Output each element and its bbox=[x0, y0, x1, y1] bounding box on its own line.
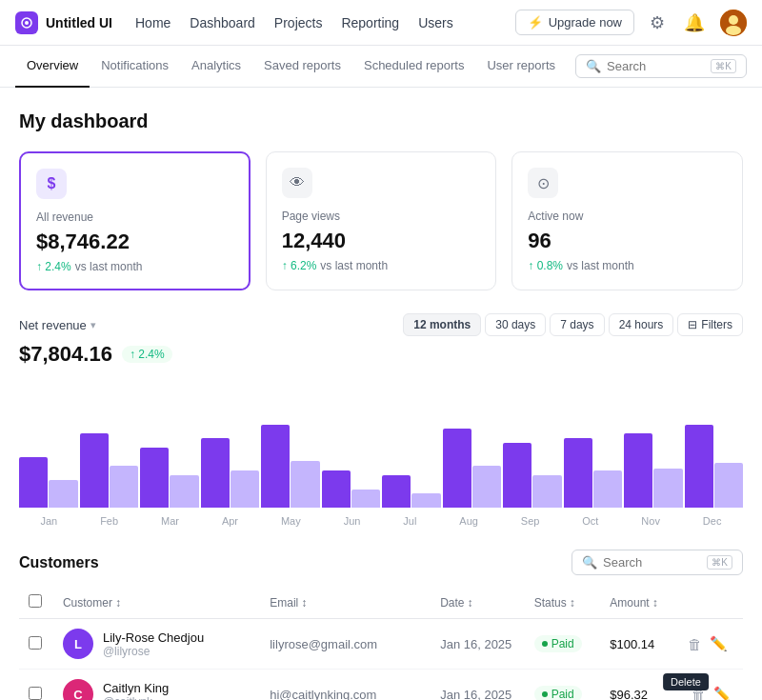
filter-24hours[interactable]: 24 hours bbox=[609, 313, 674, 336]
bar-secondary[interactable] bbox=[351, 490, 380, 508]
time-filters: 12 months 30 days 7 days 24 hours ⊟ Filt… bbox=[403, 313, 743, 336]
nav-reporting[interactable]: Reporting bbox=[341, 15, 399, 30]
status-badge: Paid bbox=[534, 686, 582, 700]
bar-group bbox=[19, 378, 78, 508]
net-revenue-label: Net revenue bbox=[19, 318, 87, 332]
bar-primary[interactable] bbox=[80, 433, 109, 508]
metric-card-active[interactable]: ⊙ Active now 96 ↑ 0.8% vs last month bbox=[511, 151, 743, 290]
nav-users[interactable]: Users bbox=[418, 15, 453, 30]
bar-secondary[interactable] bbox=[714, 463, 743, 508]
customer-handle: @caitlynk bbox=[103, 695, 169, 701]
bar-secondary[interactable] bbox=[411, 493, 440, 508]
bar-primary[interactable] bbox=[201, 438, 230, 508]
customer-search-icon: 🔍 bbox=[582, 555, 597, 570]
subnav-notifications[interactable]: Notifications bbox=[90, 46, 180, 88]
delete-button[interactable]: 🗑 bbox=[686, 634, 704, 654]
brand[interactable]: Untitled UI bbox=[15, 11, 112, 34]
status-dot bbox=[542, 691, 548, 697]
bar-group bbox=[624, 378, 683, 508]
bar-primary[interactable] bbox=[19, 457, 48, 508]
bar-primary[interactable] bbox=[443, 429, 471, 508]
subnav-saved-reports[interactable]: Saved reports bbox=[252, 46, 352, 88]
select-all-checkbox[interactable] bbox=[29, 594, 42, 608]
upgrade-button[interactable]: ⚡ Upgrade now bbox=[515, 10, 634, 35]
top-search-input[interactable] bbox=[607, 59, 705, 73]
notifications-icon[interactable]: 🔔 bbox=[680, 9, 709, 37]
bar-primary[interactable] bbox=[624, 433, 652, 508]
pageviews-change: ↑ 6.2% vs last month bbox=[282, 259, 481, 272]
bar-secondary[interactable] bbox=[532, 475, 561, 508]
brand-name: Untitled UI bbox=[46, 15, 112, 30]
customer-email: hi@caitlynking.com bbox=[260, 670, 431, 701]
subnav-analytics[interactable]: Analytics bbox=[180, 46, 252, 88]
customer-info: C Caitlyn King @caitlynk bbox=[63, 679, 251, 700]
bar-primary[interactable] bbox=[261, 425, 290, 508]
edit-button[interactable]: ✏️ bbox=[708, 633, 730, 654]
net-revenue-change: ↑ 2.4% bbox=[122, 346, 172, 363]
revenue-change: ↑ 2.4% vs last month bbox=[36, 260, 233, 273]
chart-month-label: Jun bbox=[344, 515, 361, 527]
table-header-row: Customer ↕ Email ↕ Date ↕ Status ↕ Amoun… bbox=[19, 587, 743, 619]
bar-secondary[interactable] bbox=[472, 466, 501, 508]
customer-email: lilyrose@gmail.com bbox=[260, 619, 431, 670]
col-header-email[interactable]: Email ↕ bbox=[270, 596, 421, 610]
chart-section: Net revenue ▾ 12 months 30 days 7 days 2… bbox=[19, 313, 743, 527]
table-row: L Lily-Rose Chedjou @lilyrose lilyrose@g… bbox=[19, 619, 743, 670]
metric-card-pageviews[interactable]: 👁 Page views 12,440 ↑ 6.2% vs last month bbox=[266, 151, 497, 290]
customers-search[interactable]: 🔍 ⌘K bbox=[572, 550, 743, 575]
status-dot bbox=[542, 641, 548, 647]
bar-primary[interactable] bbox=[503, 443, 531, 508]
page-title: My dashboard bbox=[19, 110, 743, 132]
col-header-status[interactable]: Status ↕ bbox=[534, 596, 592, 610]
nav-dashboard[interactable]: Dashboard bbox=[190, 15, 255, 30]
top-nav-right: ⚡ Upgrade now ⚙ 🔔 bbox=[515, 9, 747, 37]
bar-primary[interactable] bbox=[322, 470, 351, 508]
customer-date: Jan 16, 2025 bbox=[431, 670, 524, 701]
bar-primary[interactable] bbox=[382, 475, 411, 508]
top-search-bar[interactable]: 🔍 ⌘K bbox=[575, 54, 747, 78]
bar-secondary[interactable] bbox=[291, 461, 319, 508]
bar-group bbox=[140, 378, 199, 508]
row-checkbox[interactable] bbox=[29, 636, 42, 650]
bar-secondary[interactable] bbox=[231, 470, 259, 508]
bar-secondary[interactable] bbox=[593, 470, 622, 508]
subnav-scheduled-reports[interactable]: Scheduled reports bbox=[352, 46, 476, 88]
subnav-user-reports[interactable]: User reports bbox=[475, 46, 567, 88]
pageviews-value: 12,440 bbox=[282, 229, 481, 253]
row-checkbox[interactable] bbox=[29, 687, 42, 700]
bar-primary[interactable] bbox=[140, 448, 169, 508]
filter-12months[interactable]: 12 months bbox=[403, 313, 481, 336]
bar-secondary[interactable] bbox=[170, 475, 198, 508]
search-icon: 🔍 bbox=[586, 59, 601, 73]
customer-search-input[interactable] bbox=[603, 555, 701, 570]
bar-primary[interactable] bbox=[564, 438, 592, 508]
bar-secondary[interactable] bbox=[653, 469, 682, 508]
customer-name: Caitlyn King bbox=[103, 681, 169, 695]
customer-details: Caitlyn King @caitlynk bbox=[103, 681, 169, 701]
delete-tooltip-text: Delete bbox=[663, 673, 709, 690]
bar-secondary[interactable] bbox=[49, 480, 77, 508]
avatar: L bbox=[63, 629, 93, 659]
nav-home[interactable]: Home bbox=[135, 15, 170, 30]
col-header-date[interactable]: Date ↕ bbox=[440, 596, 514, 610]
filter-30days[interactable]: 30 days bbox=[485, 313, 546, 336]
nav-projects[interactable]: Projects bbox=[274, 15, 323, 30]
col-header-amount[interactable]: Amount ↕ bbox=[610, 596, 667, 610]
filter-7days[interactable]: 7 days bbox=[550, 313, 604, 336]
bar-group bbox=[261, 378, 320, 508]
revenue-value: $8,746.22 bbox=[36, 230, 233, 254]
edit-button[interactable]: ✏️ bbox=[712, 684, 733, 700]
bar-secondary[interactable] bbox=[110, 466, 138, 508]
filters-button[interactable]: ⊟ Filters bbox=[677, 313, 743, 336]
metric-card-revenue[interactable]: $ All revenue $8,746.22 ↑ 2.4% vs last m… bbox=[19, 151, 251, 290]
col-header-customer[interactable]: Customer ↕ bbox=[63, 596, 251, 610]
bar-group bbox=[564, 378, 623, 508]
customer-info: L Lily-Rose Chedjou @lilyrose bbox=[63, 629, 251, 659]
bar-primary[interactable] bbox=[685, 425, 713, 508]
user-avatar[interactable] bbox=[720, 10, 747, 36]
customer-date: Jan 16, 2025 bbox=[431, 619, 524, 670]
chart-month-label: Sep bbox=[521, 515, 540, 527]
subnav-overview[interactable]: Overview bbox=[15, 46, 90, 88]
net-revenue-selector[interactable]: Net revenue ▾ bbox=[19, 318, 96, 332]
settings-icon[interactable]: ⚙ bbox=[646, 9, 669, 37]
